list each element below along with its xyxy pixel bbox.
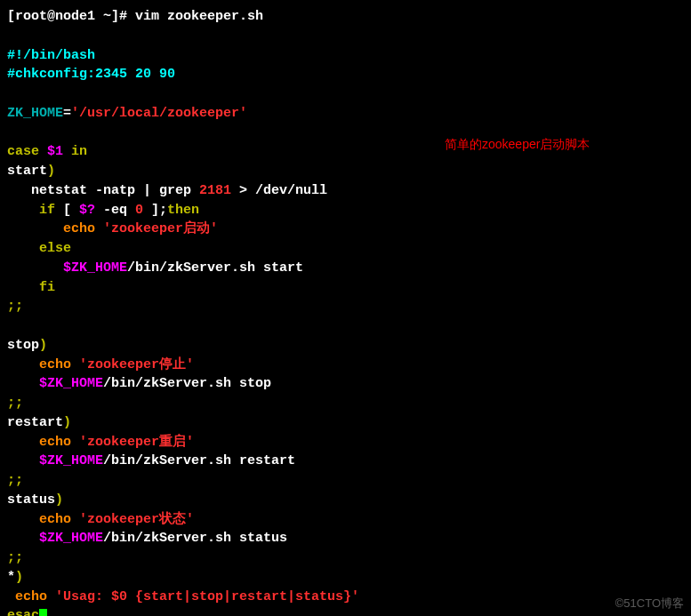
- zkserver-status: $ZK_HOME/bin/zkServer.sh status: [7, 529, 684, 548]
- else-line: else: [7, 239, 684, 259]
- prompt-line[interactable]: [root@node1 ~]# vim zookeeper.sh: [7, 7, 684, 27]
- if-line: if [ $? -eq 0 ];then: [7, 201, 684, 220]
- echo-start: echo 'zookeeper启动': [7, 220, 684, 239]
- chkconfig-comment: #chkconfig:2345 20 90: [7, 65, 684, 84]
- zkserver-stop: $ZK_HOME/bin/zkServer.sh stop: [7, 374, 684, 394]
- annotation-label: 简单的zookeeper启动脚本: [445, 135, 590, 153]
- zkserver-restart: $ZK_HOME/bin/zkServer.sh restart: [7, 452, 684, 471]
- blank-line: [7, 84, 684, 104]
- fi-line: fi: [7, 278, 684, 298]
- double-semicolon: ;;: [7, 548, 684, 568]
- double-semicolon: ;;: [7, 394, 684, 413]
- case-stop: stop): [7, 336, 684, 356]
- cursor: [39, 609, 47, 616]
- watermark: ©51CTO博客: [615, 596, 684, 612]
- double-semicolon: ;;: [7, 471, 684, 491]
- zkserver-start: $ZK_HOME/bin/zkServer.sh start: [7, 259, 684, 278]
- blank-line: [7, 316, 684, 336]
- echo-restart: echo 'zookeeper重启': [7, 433, 684, 452]
- esac-line: esac: [7, 606, 684, 616]
- case-default: *): [7, 568, 684, 588]
- double-semicolon: ;;: [7, 297, 684, 316]
- shebang-line: #!/bin/bash: [7, 46, 684, 66]
- var-assignment: ZK_HOME='/usr/local/zookeeper': [7, 104, 684, 124]
- case-restart: restart): [7, 413, 684, 433]
- terminal-output: [root@node1 ~]# vim zookeeper.sh #!/bin/…: [7, 7, 684, 616]
- blank-line: [7, 27, 684, 46]
- shell-prompt: [root@node1 ~]#: [7, 9, 135, 24]
- netstat-line: netstat -natp | grep 2181 > /dev/null: [7, 181, 684, 201]
- case-start: start): [7, 162, 684, 181]
- echo-usage: echo 'Usag: $0 {start|stop|restart|statu…: [7, 588, 684, 607]
- echo-stop: echo 'zookeeper停止': [7, 356, 684, 375]
- typed-command: vim zookeeper.sh: [135, 9, 263, 24]
- case-status: status): [7, 491, 684, 510]
- echo-status: echo 'zookeeper状态': [7, 510, 684, 530]
